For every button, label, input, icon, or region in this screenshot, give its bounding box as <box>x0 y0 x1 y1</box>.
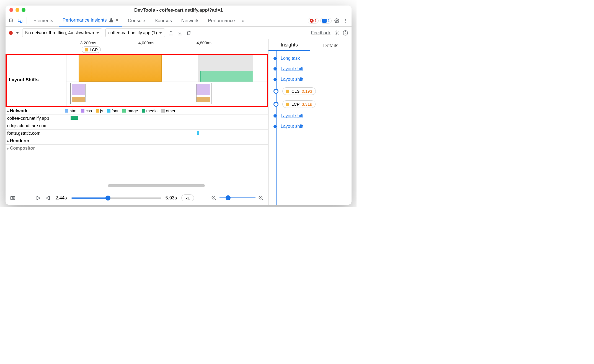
swatch-icon <box>65 109 68 113</box>
range-end: 5.93s <box>166 195 177 201</box>
insights-panel: Insights Details Long task Layout shift … <box>268 39 352 205</box>
swatch-icon <box>122 109 126 113</box>
zoom-in-icon[interactable] <box>258 195 264 201</box>
svg-rect-9 <box>11 196 15 200</box>
tab-network[interactable]: Network <box>177 15 202 27</box>
lcp-marker[interactable]: LCP <box>82 46 101 53</box>
message-badge[interactable]: 1 <box>320 18 332 24</box>
swatch-icon <box>81 109 84 113</box>
swatch-icon <box>142 109 145 113</box>
svg-point-6 <box>345 22 346 22</box>
tab-label: Performance insights <box>63 17 107 23</box>
tab-performance[interactable]: Performance <box>204 15 239 27</box>
minimize-icon[interactable] <box>16 8 19 12</box>
tab-details[interactable]: Details <box>310 43 352 51</box>
message-icon <box>322 19 327 23</box>
zoom-controls <box>211 195 264 201</box>
list-item[interactable]: Long task <box>268 53 349 64</box>
request-bar[interactable] <box>71 116 78 120</box>
list-item[interactable]: Layout shift <box>268 121 349 132</box>
panel-settings-icon[interactable] <box>334 30 339 36</box>
tick: 3,200ms <box>80 40 96 45</box>
message-count: 1 <box>328 19 330 23</box>
event-block[interactable] <box>200 71 253 82</box>
source-select[interactable]: coffee-cart.netlify.app (1) <box>105 28 165 37</box>
node-icon <box>273 114 277 118</box>
toggle-preview-icon[interactable] <box>10 195 16 201</box>
insights-toolbar: No network throttling, 4× slowdown coffe… <box>6 27 352 39</box>
play-icon[interactable] <box>35 195 41 201</box>
help-icon[interactable] <box>343 30 348 36</box>
device-toggle-icon[interactable] <box>17 17 24 24</box>
screenshot-thumb[interactable] <box>70 83 87 104</box>
speed-button[interactable]: x1 <box>181 194 194 201</box>
swatch-icon <box>286 103 289 106</box>
horizontal-scrollbar[interactable] <box>108 184 205 187</box>
lcp-label: LCP <box>90 47 98 52</box>
record-button[interactable] <box>9 31 13 35</box>
compositor-row[interactable]: Compositor <box>6 145 268 152</box>
tab-insights[interactable]: Insights <box>268 42 310 51</box>
import-icon[interactable] <box>177 30 183 36</box>
list-item[interactable]: Layout shift <box>268 64 349 74</box>
traffic-lights <box>9 8 25 12</box>
list-item[interactable]: Layout shift <box>268 74 349 85</box>
request-bar[interactable] <box>197 131 199 135</box>
svg-point-4 <box>345 19 346 20</box>
disclosure-icon <box>7 138 9 143</box>
list-item[interactable]: CLS 0.193 <box>268 85 349 98</box>
devtools-window: DevTools - coffee-cart.netlify.app/?ad=1… <box>6 6 352 205</box>
node-icon <box>273 78 277 81</box>
error-badge[interactable]: ✕ 1 <box>308 18 319 24</box>
skip-back-icon[interactable] <box>45 195 51 201</box>
tab-performance-insights[interactable]: Performance insights × <box>59 15 122 27</box>
more-tabs-icon[interactable]: » <box>241 15 246 27</box>
source-value: coffee-cart.netlify.app (1) <box>109 30 157 35</box>
insights-tabs: Insights Details <box>268 39 352 51</box>
insights-list[interactable]: Long task Layout shift Layout shift CLS … <box>268 51 352 205</box>
track-label: Layout Shifts <box>9 77 39 83</box>
list-item[interactable]: Layout shift <box>268 111 349 121</box>
throttle-value: No network throttling, 4× slowdown <box>25 30 94 35</box>
network-legend: html css js font image media other <box>65 108 268 113</box>
lcp-metric[interactable]: LCP 3.31s <box>282 100 316 108</box>
zoom-icon[interactable] <box>22 8 25 12</box>
delete-icon[interactable] <box>186 30 192 36</box>
network-host-row[interactable]: coffee-cart.netlify.app <box>6 115 268 122</box>
feedback-link[interactable]: Feedback <box>311 30 330 35</box>
network-host-row[interactable]: cdnjs.cloudflare.com <box>6 122 268 130</box>
settings-icon[interactable] <box>333 17 340 24</box>
svg-point-7 <box>336 32 337 33</box>
tick: 4,000ms <box>138 40 154 45</box>
zoom-slider[interactable] <box>219 197 255 198</box>
svg-point-5 <box>345 20 346 21</box>
layout-shifts-track[interactable]: Layout Shifts <box>6 54 268 107</box>
close-icon[interactable] <box>9 8 13 12</box>
chevron-down-icon <box>159 32 162 34</box>
disclosure-icon <box>7 146 9 151</box>
kebab-icon[interactable] <box>342 17 349 24</box>
network-host-row[interactable]: fonts.gstatic.com <box>6 130 268 137</box>
swatch-icon <box>161 109 165 113</box>
close-tab-icon[interactable]: × <box>116 17 119 23</box>
swatch-icon <box>85 48 88 51</box>
timeline-ruler[interactable]: 3,200ms 4,000ms 4,800ms LCP <box>6 39 268 55</box>
section-toggle[interactable]: Network <box>6 107 65 115</box>
tab-console[interactable]: Console <box>124 15 149 27</box>
throttle-select[interactable]: No network throttling, 4× slowdown <box>22 28 102 37</box>
chevron-down-icon <box>96 32 99 34</box>
inspect-icon[interactable] <box>8 17 15 24</box>
tab-sources[interactable]: Sources <box>151 15 175 27</box>
screenshot-thumb[interactable] <box>195 83 211 104</box>
swatch-icon <box>107 109 110 113</box>
content-area: 3,200ms 4,000ms 4,800ms LCP Layout Shift… <box>6 39 352 205</box>
cls-metric[interactable]: CLS 0.193 <box>282 87 316 95</box>
seek-slider[interactable] <box>71 197 161 199</box>
renderer-row[interactable]: Renderer <box>6 137 268 145</box>
export-icon[interactable] <box>168 30 174 36</box>
record-menu-dropdown[interactable] <box>16 32 19 34</box>
tab-elements[interactable]: Elements <box>30 15 57 27</box>
zoom-out-icon[interactable] <box>211 195 217 201</box>
error-count: 1 <box>315 19 317 23</box>
list-item[interactable]: LCP 3.31s <box>268 98 349 111</box>
